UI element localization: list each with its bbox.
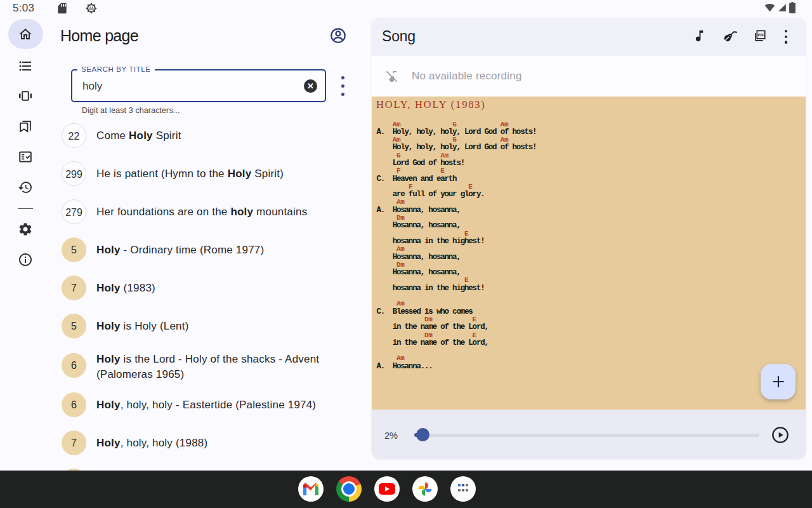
svg-text:PDF: PDF [758,33,764,37]
